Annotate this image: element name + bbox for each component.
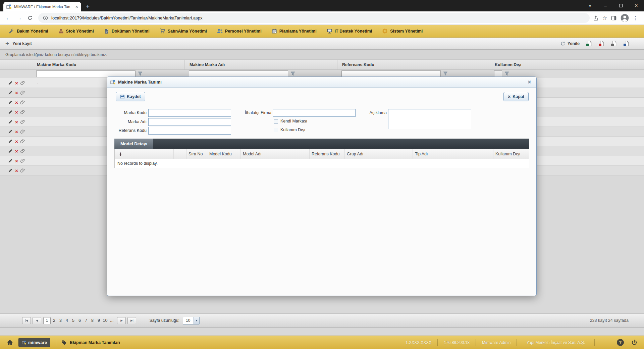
- marka-kodu-input[interactable]: [148, 109, 231, 117]
- help-icon[interactable]: ?: [617, 339, 624, 346]
- header-makine-marka-kodu[interactable]: Makine Marka Kodu: [32, 60, 185, 69]
- group-panel[interactable]: Gruplamak istediğiniz kolonu buraya sürü…: [0, 50, 644, 60]
- pager-next-button[interactable]: ▶: [117, 317, 126, 324]
- back-icon[interactable]: ←: [3, 13, 13, 23]
- filter-funnel-icon[interactable]: [504, 71, 509, 76]
- attachment-icon[interactable]: [20, 119, 25, 124]
- save-button[interactable]: Kaydet: [116, 92, 145, 101]
- header-refereans-kodu[interactable]: Refereans Kodu: [337, 60, 490, 69]
- pager-page[interactable]: 4: [64, 318, 70, 323]
- kendi-markasi-checkbox[interactable]: [274, 119, 278, 123]
- detail-header-grup-adi[interactable]: Grup Adı: [345, 149, 413, 159]
- tab-model-detayi[interactable]: Model Detayı: [114, 139, 153, 149]
- delete-row-icon[interactable]: ×: [15, 149, 18, 154]
- pager-page[interactable]: 3: [58, 318, 63, 323]
- menu-item-stok-yonetimi[interactable]: Stok Yönetimi: [53, 25, 99, 37]
- marka-adi-input[interactable]: [148, 118, 231, 126]
- browser-chevron-icon[interactable]: ∨: [582, 0, 598, 11]
- pager-page-current[interactable]: 1: [43, 317, 51, 324]
- filter-marka-kodu-input[interactable]: [36, 70, 136, 77]
- delete-row-icon[interactable]: ×: [15, 110, 18, 115]
- header-makine-marka-adi[interactable]: Makine Marka Adı: [185, 60, 337, 69]
- edit-row-icon[interactable]: [8, 158, 13, 163]
- bookmark-star-icon[interactable]: ☆: [602, 15, 607, 21]
- pager-page[interactable]: 9: [96, 318, 102, 323]
- pager-page[interactable]: 5: [70, 318, 76, 323]
- pager-page[interactable]: 7: [83, 318, 89, 323]
- edit-row-icon[interactable]: [8, 110, 13, 114]
- delete-row-icon[interactable]: ×: [15, 90, 18, 95]
- edit-row-icon[interactable]: [8, 139, 13, 144]
- menu-item-planlama-yonetimi[interactable]: Planlama Yönetimi: [267, 25, 322, 37]
- aciklama-textarea[interactable]: [388, 109, 471, 129]
- pager-page[interactable]: 10: [102, 318, 108, 323]
- refresh-button[interactable]: Yenile: [560, 41, 580, 46]
- detail-header-referans-kodu[interactable]: Referans Kodu: [310, 149, 345, 159]
- share-icon[interactable]: [593, 15, 598, 21]
- referans-kodu-input[interactable]: [148, 127, 231, 135]
- delete-row-icon[interactable]: ×: [15, 129, 18, 134]
- edit-row-icon[interactable]: [8, 100, 13, 105]
- forward-icon[interactable]: →: [14, 13, 24, 23]
- address-bar[interactable]: localhost:20179/Modules/BakimYonetimi/Ta…: [38, 13, 590, 23]
- tab-close-icon[interactable]: ×: [75, 4, 78, 9]
- menu-item-sistem-yonetimi[interactable]: Sistem Yönetimi: [377, 25, 428, 37]
- filter-marka-adi-input[interactable]: [189, 70, 288, 77]
- pager-page[interactable]: 6: [77, 318, 83, 323]
- export-excel-icon[interactable]: [587, 41, 592, 46]
- detail-header-kullanim-disi[interactable]: Kullanım Dışı: [493, 149, 529, 159]
- detail-header-model-kodu[interactable]: Model Kodu: [207, 149, 241, 159]
- edit-row-icon[interactable]: [8, 90, 13, 95]
- browser-tab[interactable]: MIMWARE / Ekipman Marka Tan ×: [3, 2, 81, 11]
- delete-row-icon[interactable]: ×: [15, 81, 18, 86]
- pager-prev-button[interactable]: ◀: [33, 317, 41, 324]
- pager-ellipsis[interactable]: ...: [110, 318, 113, 323]
- attachment-icon[interactable]: [20, 81, 25, 85]
- browser-menu-icon[interactable]: ⋮: [633, 15, 638, 21]
- mimware-logo[interactable]: mimware: [18, 338, 50, 347]
- close-button[interactable]: × Kapat: [503, 92, 529, 101]
- window-maximize-button[interactable]: [613, 0, 629, 11]
- delete-row-icon[interactable]: ×: [15, 100, 18, 105]
- filter-funnel-icon[interactable]: [138, 71, 143, 76]
- new-tab-button[interactable]: +: [86, 4, 90, 9]
- export-pdf-icon[interactable]: [599, 41, 604, 46]
- add-model-button[interactable]: +: [115, 149, 148, 159]
- pager-first-button[interactable]: |◀: [22, 317, 31, 324]
- reload-icon[interactable]: [25, 13, 35, 23]
- attachment-icon[interactable]: [20, 100, 25, 105]
- window-close-button[interactable]: ×: [629, 0, 644, 11]
- menu-item-personel-yonetimi[interactable]: Personel Yönetimi: [212, 25, 267, 37]
- dialog-close-icon[interactable]: ×: [526, 80, 533, 85]
- header-kullanim-disi[interactable]: Kullanım Dışı: [490, 60, 644, 69]
- page-size-select[interactable]: 10 ▾: [183, 317, 200, 325]
- attachment-icon[interactable]: [20, 139, 25, 144]
- detail-header-model-adi[interactable]: Model Adı: [241, 149, 310, 159]
- power-icon[interactable]: [631, 340, 637, 346]
- kullanim-disi-checkbox[interactable]: [274, 128, 278, 132]
- delete-row-icon[interactable]: ×: [15, 119, 18, 124]
- filter-kullanim-disi-checkbox[interactable]: [494, 70, 502, 77]
- attachment-icon[interactable]: [20, 110, 25, 114]
- window-minimize-button[interactable]: –: [598, 0, 613, 11]
- attachment-icon[interactable]: [20, 168, 25, 173]
- attachment-icon[interactable]: [20, 90, 25, 95]
- delete-row-icon[interactable]: ×: [15, 168, 18, 173]
- edit-row-icon[interactable]: [8, 81, 13, 85]
- profile-avatar[interactable]: [621, 14, 629, 22]
- edit-row-icon[interactable]: [8, 119, 13, 124]
- export-word-icon[interactable]: [624, 41, 629, 46]
- pager-page[interactable]: 8: [90, 318, 95, 323]
- side-panel-icon[interactable]: [611, 15, 616, 21]
- menu-item-satinalma-yonetimi[interactable]: SatınAlma Yönetimi: [155, 25, 212, 37]
- filter-funnel-icon[interactable]: [443, 71, 448, 76]
- detail-header-sira-no[interactable]: Sıra No: [186, 149, 207, 159]
- attachment-icon[interactable]: [20, 129, 25, 134]
- detail-header-tip-adi[interactable]: Tip Adı: [413, 149, 493, 159]
- filter-funnel-icon[interactable]: [290, 71, 295, 76]
- dialog-titlebar[interactable]: Makine Marka Tanımı ×: [107, 77, 536, 88]
- new-record-button[interactable]: + Yeni kayıt: [5, 41, 32, 46]
- attachment-icon[interactable]: [20, 158, 25, 163]
- pager-page[interactable]: 2: [51, 318, 57, 323]
- delete-row-icon[interactable]: ×: [15, 139, 18, 144]
